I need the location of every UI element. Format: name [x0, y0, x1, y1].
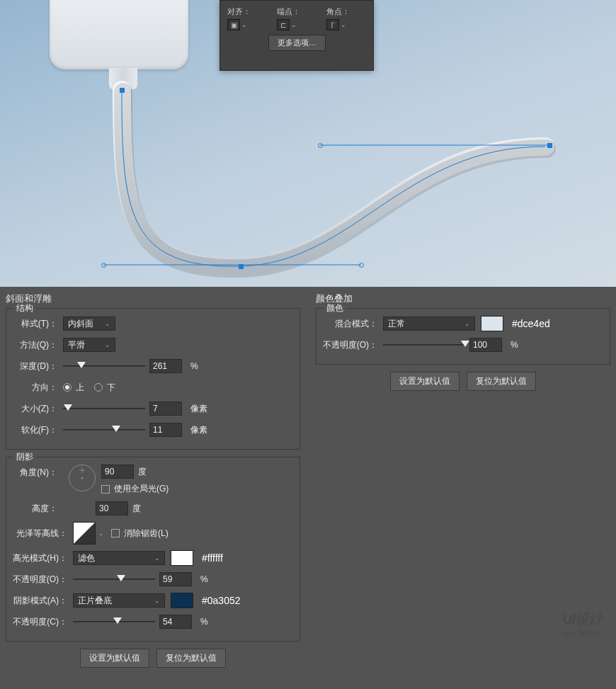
chevron-down-icon: ⌄ [154, 597, 160, 604]
method-value: 平滑 [68, 339, 85, 351]
corner-icon[interactable]: ℾ [326, 19, 339, 30]
corner-label: 角点： [326, 6, 366, 17]
soften-slider[interactable] [63, 424, 145, 435]
handle-2[interactable] [359, 263, 364, 268]
pct-unit: % [200, 617, 208, 627]
angle-input[interactable] [101, 465, 134, 479]
size-slider[interactable] [63, 403, 145, 414]
reset-default-button[interactable]: 复位为默认值 [156, 649, 226, 668]
more-options-button[interactable]: 更多选项… [268, 35, 326, 51]
overlay-opacity-label: 不透明度(O)： [322, 339, 383, 351]
shadow-hex: #0a3052 [202, 595, 241, 606]
color-legend: 颜色 [324, 302, 346, 314]
highlight-hex: #ffffff [202, 552, 223, 564]
set-default-button[interactable]: 设置为默认值 [390, 372, 460, 391]
pct-unit: % [200, 574, 208, 584]
color-overlay-panel: 颜色叠加 颜色 混合模式： 正常⌄ #dce4ed 不透明度(O)： % 设置为… [310, 287, 616, 689]
angle-widget[interactable] [69, 465, 96, 491]
watermark-sub: 优优教程网 [562, 629, 602, 639]
size-input[interactable] [149, 402, 182, 416]
watermark: UI设计 优优教程网 [562, 610, 602, 639]
global-light-text: 使用全局光(G) [114, 483, 169, 495]
depth-slider[interactable] [63, 360, 145, 372]
structure-legend: 结构 [13, 302, 36, 314]
global-light-check[interactable]: 使用全局光(G) [101, 483, 169, 495]
align-icon[interactable]: ▣ [227, 19, 240, 30]
overlay-color-swatch[interactable] [481, 316, 503, 331]
highlight-opacity-label: 不透明度(O)： [12, 574, 73, 586]
shadow-mode-label: 阴影模式(A)： [12, 595, 73, 607]
antialias-check[interactable]: 消除锯齿(L) [111, 528, 169, 540]
canvas-area: 对齐： ▣ ⌄ 端点： ⊏ ⌄ 角点： ℾ ⌄ 更多 [0, 0, 616, 287]
size-label: 大小(Z)： [12, 403, 63, 415]
altitude-label: 高度： [12, 503, 63, 515]
altitude-unit: 度 [132, 503, 141, 515]
chevron-down-icon: ⌄ [154, 554, 160, 562]
style-label: 样式(T)： [12, 318, 63, 330]
handle-3[interactable] [318, 143, 323, 148]
reset-default-button[interactable]: 复位为默认值 [467, 372, 536, 391]
bevel-title: 斜面和浮雕 [0, 287, 306, 308]
align-dropdown[interactable]: ⌄ [241, 21, 250, 28]
chevron-down-icon[interactable]: ⌄ [98, 530, 104, 537]
color-fieldset: 颜色 混合模式： 正常⌄ #dce4ed 不透明度(O)： % [316, 308, 610, 365]
anchor-start[interactable] [120, 88, 125, 93]
corner-dropdown[interactable]: ⌄ [341, 21, 349, 28]
depth-unit: % [190, 361, 198, 371]
highlight-opacity-input[interactable] [159, 572, 192, 586]
chevron-down-icon: ⌄ [105, 341, 110, 348]
shadow-opacity-label: 不透明度(C)： [12, 616, 73, 628]
shadow-opacity-slider[interactable] [73, 616, 155, 627]
style-value: 内斜面 [68, 318, 93, 330]
stroke-panel: 对齐： ▣ ⌄ 端点： ⊏ ⌄ 角点： ℾ ⌄ 更多 [219, 0, 374, 71]
cap-icon[interactable]: ⊏ [277, 19, 290, 30]
angle-unit: 度 [138, 466, 147, 478]
method-select[interactable]: 平滑⌄ [63, 338, 115, 352]
anchor-end[interactable] [547, 143, 552, 148]
soften-unit: 像素 [190, 424, 207, 436]
overlay-hex: #dce4ed [512, 318, 550, 329]
shadow-mode-value: 正片叠底 [78, 595, 112, 607]
structure-fieldset: 结构 样式(T)： 内斜面⌄ 方法(Q)： 平滑⌄ 深度(D)： % 方向： 上 [6, 308, 300, 450]
cap-label: 端点： [277, 6, 316, 17]
pct-unit: % [511, 340, 518, 350]
shadow-mode-select[interactable]: 正片叠底⌄ [73, 593, 165, 608]
altitude-input[interactable] [96, 501, 128, 516]
overlay-opacity-input[interactable] [469, 338, 502, 352]
gloss-contour[interactable] [73, 522, 96, 545]
depth-label: 深度(D)： [12, 360, 63, 372]
direction-down-radio[interactable]: 下 [94, 382, 115, 394]
direction-label: 方向： [12, 382, 63, 394]
chevron-down-icon: ⌄ [464, 320, 470, 327]
highlight-color-swatch[interactable] [171, 550, 193, 566]
highlight-mode-label: 高光模式(H)： [12, 552, 73, 564]
watermark-main: UI设计 [562, 611, 602, 627]
set-default-button[interactable]: 设置为默认值 [80, 649, 149, 668]
shadow-opacity-input[interactable] [159, 615, 192, 629]
cap-dropdown[interactable]: ⌄ [291, 21, 300, 28]
blend-select[interactable]: 正常⌄ [383, 317, 475, 331]
overlay-title: 颜色叠加 [310, 287, 616, 308]
chevron-down-icon: ⌄ [105, 320, 110, 327]
bevel-panel: 斜面和浮雕 结构 样式(T)： 内斜面⌄ 方法(Q)： 平滑⌄ 深度(D)： % [0, 287, 306, 689]
method-label: 方法(Q)： [12, 339, 63, 351]
angle-label: 角度(N)： [12, 465, 63, 479]
highlight-opacity-slider[interactable] [73, 574, 155, 585]
highlight-mode-select[interactable]: 滤色⌄ [73, 551, 165, 565]
anchor-mid[interactable] [239, 264, 244, 269]
shadow-fieldset: 阴影 角度(N)： 度 使用全局光(G) 高度： 度 光泽等 [6, 457, 300, 642]
soften-label: 软化(F)： [12, 424, 63, 436]
direction-up-radio[interactable]: 上 [63, 382, 84, 394]
soften-input[interactable] [149, 423, 182, 437]
gloss-label: 光泽等高线： [12, 528, 73, 540]
align-label: 对齐： [227, 6, 267, 17]
antialias-text: 消除锯齿(L) [124, 528, 169, 540]
size-unit: 像素 [190, 403, 207, 415]
overlay-opacity-slider[interactable] [383, 339, 465, 351]
handle-1[interactable] [101, 263, 106, 268]
style-select[interactable]: 内斜面⌄ [63, 317, 115, 331]
depth-input[interactable] [149, 359, 182, 373]
dir-down-text: 下 [107, 382, 115, 394]
shadow-color-swatch[interactable] [171, 593, 193, 608]
shadow-legend: 阴影 [13, 451, 36, 463]
